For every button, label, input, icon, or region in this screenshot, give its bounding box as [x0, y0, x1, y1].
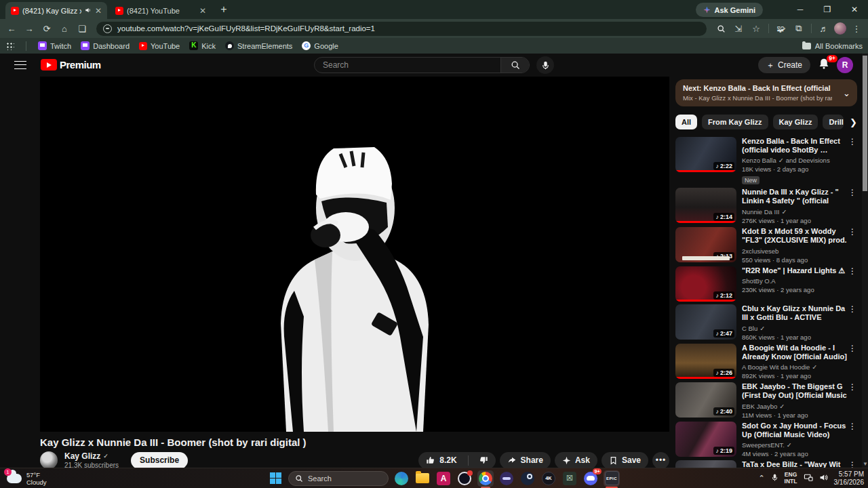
item-menu-icon[interactable]: ⋮	[848, 266, 857, 302]
audio-playing-icon[interactable]	[85, 7, 92, 15]
video-thumbnail[interactable]: ♪2:13	[675, 227, 736, 262]
bookmark-star-icon[interactable]: ☆	[749, 21, 764, 36]
steam-icon[interactable]	[519, 470, 536, 487]
video-thumbnail[interactable]: ♪2:47	[675, 304, 736, 340]
tray-network-icon[interactable]	[804, 472, 813, 485]
reload-icon[interactable]: ⟳	[39, 21, 54, 36]
tab-background[interactable]: (8421) YouTube ✕	[110, 2, 212, 19]
suggestion-item[interactable]: ♪1:59 TaTa x Dee Billz - "Wavy Wit 30" (…	[675, 460, 857, 468]
notifications-button[interactable]: 9+	[818, 58, 833, 73]
restore-button[interactable]: ❐	[814, 0, 841, 19]
suggestion-item[interactable]: ♪2:14 Nunnie Da III x Kay Glizz - " Link…	[675, 188, 857, 224]
clock[interactable]: 5:57 PM 3/16/2026	[834, 470, 865, 487]
item-menu-icon[interactable]: ⋮	[848, 344, 857, 380]
item-menu-icon[interactable]: ⋮	[848, 422, 857, 458]
forward-icon[interactable]: →	[22, 21, 37, 36]
bookmark-youtube[interactable]: YouTube	[139, 42, 180, 50]
suggestion-item[interactable]: ♪2:22 Kenzo Balla - Back In Effect (offi…	[675, 137, 857, 185]
install-icon[interactable]: ⇲	[731, 21, 746, 36]
bookmark-kick[interactable]: Kick	[189, 41, 216, 50]
suggestion-item[interactable]: ♪2:40 EBK Jaaybo - The Biggest G (First …	[675, 382, 857, 419]
video-player[interactable]	[40, 77, 669, 432]
obs-icon[interactable]	[456, 470, 473, 487]
apps-grid-icon[interactable]	[5, 41, 14, 50]
voice-search-button[interactable]	[536, 56, 554, 74]
back-icon[interactable]: ←	[4, 21, 19, 36]
suggestion-item[interactable]: ♪2:47 Cblu x Kay Glizz x Nunnie Da III x…	[675, 304, 857, 341]
ask-button[interactable]: Ask	[555, 452, 597, 468]
channel-name[interactable]: Kay Glizz	[64, 451, 100, 461]
share-button[interactable]: Share	[500, 452, 551, 468]
suggestion-item[interactable]: ♪2:19 Sdot Go x Jay Hound - Focus Up (Of…	[675, 422, 857, 458]
chip-all[interactable]: All	[675, 115, 697, 129]
item-menu-icon[interactable]: ⋮	[848, 382, 857, 419]
extensions-icon[interactable]: 🧩︎	[774, 21, 789, 36]
search-input[interactable]	[315, 58, 500, 73]
discord-icon[interactable]: 9+	[583, 470, 599, 487]
video-thumbnail[interactable]: ♪2:12	[675, 266, 736, 302]
page-scrollbar[interactable]: ▼	[862, 54, 868, 468]
site-info-icon[interactable]	[103, 24, 112, 33]
chip-drill-music[interactable]: Drill music	[823, 115, 844, 129]
suggestion-item[interactable]: ♪2:12 "R2R Moe" | Hazard Lights ⚠ ShotBy…	[675, 266, 857, 302]
user-avatar[interactable]: R	[837, 57, 853, 73]
minimize-button[interactable]: ─	[787, 0, 814, 19]
chip-from-channel[interactable]: From Kay Glizz	[702, 115, 768, 129]
tab-current[interactable]: (8421) Kay Glizz x Nunnie D ✕	[5, 2, 107, 19]
video-thumbnail[interactable]: ♪2:22	[675, 137, 736, 172]
taskbar-search[interactable]: Search	[288, 471, 389, 486]
close-tab-icon[interactable]: ✕	[199, 6, 206, 16]
video-thumbnail[interactable]: ♪1:59	[675, 460, 736, 468]
more-actions-button[interactable]: •••	[652, 452, 669, 468]
epic-games-icon[interactable]: EPIC	[604, 470, 620, 487]
video-thumbnail[interactable]: ♪2:19	[675, 422, 736, 457]
chevron-right-icon[interactable]: ❯	[850, 117, 857, 127]
file-explorer-icon[interactable]	[414, 470, 431, 487]
close-tab-icon[interactable]: ✕	[95, 6, 102, 16]
chrome-icon[interactable]	[477, 470, 494, 487]
video-thumbnail[interactable]: ♪2:14	[675, 188, 736, 223]
bookmark-streamelements[interactable]: StreamElements	[225, 41, 292, 50]
like-button[interactable]: 8.2K	[418, 452, 463, 468]
video-thumbnail[interactable]: ♪2:26	[675, 344, 736, 379]
create-button[interactable]: ＋ Create	[758, 57, 810, 73]
chevron-down-icon[interactable]: ⌄	[843, 88, 850, 98]
tray-mic-icon[interactable]	[771, 472, 778, 485]
suggestion-item[interactable]: ♪2:13 Kdot B x Mdot 59 x Woddy "FL3" (2X…	[675, 227, 857, 264]
item-menu-icon[interactable]: ⋮	[848, 460, 857, 468]
browser-profile-avatar[interactable]	[834, 22, 846, 35]
channel-avatar[interactable]	[40, 451, 58, 468]
item-menu-icon[interactable]: ⋮	[848, 227, 857, 264]
address-bar[interactable]: youtube.com/watch?v=jKeGuIFUyR8&list=RDj…	[96, 22, 707, 36]
dislike-button[interactable]	[473, 452, 496, 468]
youtube-premium-logo[interactable]: Premium	[41, 59, 101, 70]
chip-channel[interactable]: Kay Glizz	[773, 115, 818, 129]
new-tab-button[interactable]: +	[216, 1, 232, 18]
all-bookmarks-button[interactable]: All Bookmarks	[802, 42, 863, 50]
search-button[interactable]	[500, 58, 529, 73]
close-window-button[interactable]: ✕	[841, 0, 868, 19]
edge-icon[interactable]	[393, 470, 410, 487]
weather-widget[interactable]: 1 57°F Cloudy	[7, 471, 47, 486]
guide-menu-icon[interactable]	[14, 61, 26, 69]
subscribe-button[interactable]: Subscribe	[131, 452, 188, 468]
start-button[interactable]	[267, 470, 283, 487]
next-up-card[interactable]: Next: Kenzo Balla - Back In Effect (offi…	[675, 79, 857, 106]
bookmark-dashboard[interactable]: Dashboard	[81, 41, 130, 50]
tab-search-icon[interactable]: ⧉	[791, 21, 806, 36]
tray-volume-icon[interactable]	[819, 472, 828, 485]
language-indicator[interactable]: ENG INTL	[785, 472, 797, 485]
video-thumbnail[interactable]: ♪2:40	[675, 382, 736, 418]
4k-downloader-icon[interactable]: 4K	[540, 470, 557, 487]
launchpad-app-icon[interactable]	[498, 470, 515, 487]
tray-chevron-icon[interactable]: ⌃	[758, 474, 764, 483]
bookmark-twitch[interactable]: Twitch	[38, 41, 71, 50]
suggestion-item[interactable]: ♪2:26 A Boogie Wit da Hoodie - I Already…	[675, 344, 857, 380]
save-button[interactable]: Save	[601, 452, 648, 468]
scrollbar-down-arrow[interactable]: ▼	[863, 461, 868, 467]
item-menu-icon[interactable]: ⋮	[848, 188, 857, 224]
x-app-icon[interactable]: ☒	[561, 470, 578, 487]
menu-kebab-icon[interactable]: ⋮	[849, 21, 864, 36]
item-menu-icon[interactable]: ⋮	[848, 304, 857, 341]
ask-gemini-button[interactable]: Ask Gemini	[696, 3, 763, 17]
